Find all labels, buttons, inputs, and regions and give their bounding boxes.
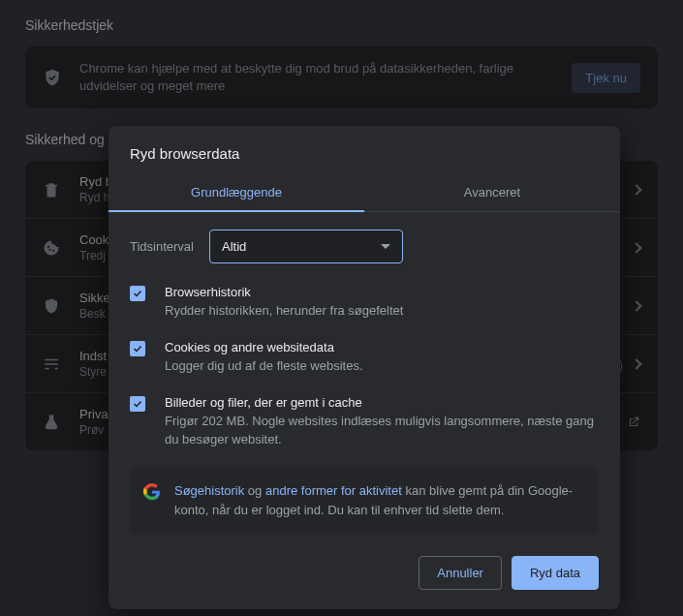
chevron-right-icon bbox=[631, 184, 641, 195]
option-cache[interactable]: Billeder og filer, der er gemt i cache F… bbox=[130, 395, 599, 449]
tab-advanced[interactable]: Avanceret bbox=[364, 175, 620, 211]
checkbox-browsing-history[interactable] bbox=[130, 286, 145, 301]
checkbox-cache[interactable] bbox=[130, 396, 145, 412]
external-link-icon bbox=[627, 416, 640, 429]
sliders-icon bbox=[43, 355, 60, 373]
checkbox-cookies[interactable] bbox=[130, 341, 145, 356]
chevron-right-icon bbox=[631, 300, 641, 311]
clear-data-button[interactable]: Ryd data bbox=[512, 556, 599, 590]
option-cookies[interactable]: Cookies og andre websitedata Logger dig … bbox=[130, 340, 599, 376]
check-now-button[interactable]: Tjek nu bbox=[572, 63, 640, 93]
cookie-icon bbox=[43, 239, 60, 257]
search-history-link[interactable]: Søgehistorik bbox=[174, 483, 244, 498]
chevron-right-icon bbox=[631, 358, 641, 369]
chevron-down-icon bbox=[381, 244, 390, 249]
option-title: Billeder og filer, der er gemt i cache bbox=[165, 395, 599, 410]
flask-icon bbox=[43, 414, 60, 431]
option-subtitle: Logger dig ud af de fleste websites. bbox=[165, 357, 599, 376]
section-title-safety-check: Sikkerhedstjek bbox=[25, 17, 658, 33]
option-title: Cookies og andre websitedata bbox=[165, 340, 599, 354]
other-activity-link[interactable]: andre former for aktivitet bbox=[265, 483, 402, 498]
cancel-button[interactable]: Annuller bbox=[419, 556, 502, 590]
option-title: Browserhistorik bbox=[165, 285, 599, 299]
time-range-label: Tidsinterval bbox=[130, 239, 194, 254]
time-range-select[interactable]: Altid bbox=[209, 230, 403, 263]
info-text: Søgehistorik og andre former for aktivit… bbox=[174, 481, 585, 519]
safety-check-text: Chrome kan hjælpe med at beskytte dig mo… bbox=[79, 60, 572, 95]
shield-check-icon bbox=[43, 68, 62, 87]
dialog-title: Ryd browserdata bbox=[109, 126, 620, 175]
chevron-right-icon bbox=[631, 242, 641, 253]
option-subtitle: Rydder historikken, herunder fra søgefel… bbox=[165, 302, 599, 321]
dialog-tabs: Grundlæggende Avanceret bbox=[109, 175, 620, 212]
time-range-value: Altid bbox=[222, 239, 246, 254]
safety-check-card: Chrome kan hjælpe med at beskytte dig mo… bbox=[25, 46, 658, 108]
option-browsing-history[interactable]: Browserhistorik Rydder historikken, heru… bbox=[130, 285, 599, 321]
option-subtitle: Frigør 202 MB. Nogle websites indlæses m… bbox=[165, 413, 599, 449]
tab-basic[interactable]: Grundlæggende bbox=[109, 175, 364, 211]
google-account-info: Søgehistorik og andre former for aktivit… bbox=[130, 468, 599, 533]
shield-icon bbox=[43, 297, 60, 315]
clear-browsing-data-dialog: Ryd browserdata Grundlæggende Avanceret … bbox=[109, 126, 620, 609]
trash-icon bbox=[43, 181, 60, 199]
google-logo-icon bbox=[143, 483, 161, 504]
